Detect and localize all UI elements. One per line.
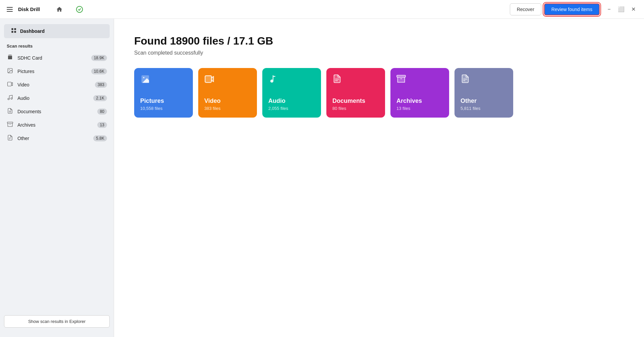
sidebar-item-pictures[interactable]: Pictures 10.6K <box>0 65 114 78</box>
review-found-items-button[interactable]: Review found items <box>544 3 600 15</box>
scan-status-text: Scan completed successfully <box>134 50 624 56</box>
recover-button[interactable]: Recover <box>510 3 541 15</box>
documents-card-count: 80 files <box>332 106 379 111</box>
other-card-label: Other <box>461 97 507 105</box>
card-pictures[interactable]: Pictures 10,558 files <box>134 68 193 118</box>
sidebar-badge-video: 383 <box>95 82 107 88</box>
svg-point-6 <box>9 69 9 70</box>
svg-rect-21 <box>397 75 406 77</box>
pictures-card-count: 10,558 files <box>140 106 187 111</box>
sidebar: Dashboard Scan results SDHC Card 18.9K <box>0 19 114 337</box>
scan-results-heading: Scan results <box>0 44 114 51</box>
sidebar-item-dashboard[interactable]: Dashboard <box>4 24 110 38</box>
titlebar-actions: Recover Review found items <box>510 3 600 15</box>
sidebar-badge-other: 5.8K <box>93 135 107 141</box>
svg-rect-2 <box>14 28 16 30</box>
sidebar-badge-audio: 2.1K <box>93 95 107 101</box>
sidebar-label-sdhc: SDHC Card <box>17 55 87 61</box>
svg-rect-3 <box>11 31 13 33</box>
dashboard-label: Dashboard <box>20 28 45 34</box>
video-card-icon <box>204 74 214 86</box>
svg-rect-12 <box>7 122 13 123</box>
card-other[interactable]: Other 5,811 files <box>454 68 513 118</box>
card-video[interactable]: Video 383 files <box>198 68 257 118</box>
sidebar-badge-archives: 13 <box>97 122 107 128</box>
main-content: Found 18900 files / 17.1 GB Scan complet… <box>114 19 644 337</box>
image-icon <box>7 68 13 75</box>
sidebar-label-audio: Audio <box>17 95 89 101</box>
archives-card-count: 13 files <box>396 106 443 111</box>
sidebar-item-sdhc-card[interactable]: SDHC Card 18.9K <box>0 51 114 65</box>
card-archives[interactable]: Archives 13 files <box>390 68 449 118</box>
svg-point-8 <box>8 98 9 100</box>
status-check-button[interactable] <box>73 3 86 15</box>
archives-card-icon <box>396 74 406 86</box>
found-files-title: Found 18900 files / 17.1 GB <box>134 35 624 47</box>
sidebar-label-other: Other <box>17 136 89 141</box>
sidebar-item-video[interactable]: Video 383 <box>0 78 114 91</box>
archives-card-label: Archives <box>396 97 443 105</box>
minimize-button[interactable]: − <box>604 4 614 15</box>
sidebar-label-video: Video <box>17 82 91 87</box>
sidebar-footer: Show scan results in Explorer <box>0 311 114 332</box>
svg-rect-1 <box>11 28 13 30</box>
dashboard-icon <box>11 27 17 35</box>
sidebar-badge-pictures: 10.6K <box>91 68 107 74</box>
document-icon <box>7 108 13 115</box>
titlebar-nav <box>40 3 510 15</box>
drive-icon <box>7 54 13 62</box>
other-icon <box>7 135 13 142</box>
other-card-icon <box>461 74 470 86</box>
window-controls: − ⬜ ✕ <box>604 4 639 15</box>
sidebar-badge-sdhc: 18.9K <box>91 55 107 61</box>
home-button[interactable] <box>53 3 65 15</box>
video-card-label: Video <box>204 97 251 105</box>
app-body: Dashboard Scan results SDHC Card 18.9K <box>0 19 644 337</box>
app-title: Disk Drill <box>18 6 40 12</box>
svg-point-9 <box>11 98 12 99</box>
svg-point-17 <box>143 77 145 78</box>
sidebar-item-archives[interactable]: Archives 13 <box>0 118 114 132</box>
other-card-count: 5,811 files <box>461 106 507 111</box>
svg-rect-7 <box>8 82 11 86</box>
card-documents[interactable]: Documents 80 files <box>326 68 385 118</box>
pictures-card-label: Pictures <box>140 97 187 105</box>
sidebar-item-documents[interactable]: Documents 80 <box>0 105 114 118</box>
audio-card-icon <box>268 74 278 86</box>
show-explorer-button[interactable]: Show scan results in Explorer <box>4 315 110 328</box>
maximize-button[interactable]: ⬜ <box>616 4 627 15</box>
audio-card-label: Audio <box>268 97 315 105</box>
documents-card-label: Documents <box>332 97 379 105</box>
svg-rect-18 <box>205 76 212 82</box>
svg-rect-4 <box>14 31 16 33</box>
titlebar: Disk Drill Recover Review found items − … <box>0 0 644 19</box>
documents-card-icon <box>332 74 342 86</box>
close-button[interactable]: ✕ <box>628 4 639 15</box>
sidebar-label-archives: Archives <box>17 122 93 128</box>
sidebar-label-pictures: Pictures <box>17 69 87 74</box>
video-icon <box>7 81 13 88</box>
sidebar-label-documents: Documents <box>17 109 93 114</box>
sidebar-badge-documents: 80 <box>97 109 107 115</box>
pictures-card-icon <box>140 74 150 86</box>
archive-icon <box>7 121 13 129</box>
menu-icon[interactable] <box>5 6 14 13</box>
card-audio[interactable]: Audio 2,055 files <box>262 68 321 118</box>
file-type-cards: Pictures 10,558 files Video 383 files <box>134 68 624 118</box>
sidebar-item-other[interactable]: Other 5.8K <box>0 132 114 145</box>
audio-card-count: 2,055 files <box>268 106 315 111</box>
titlebar-left: Disk Drill <box>5 6 40 13</box>
video-card-count: 383 files <box>204 106 251 111</box>
sidebar-item-audio[interactable]: Audio 2.1K <box>0 91 114 105</box>
audio-icon <box>7 94 13 102</box>
